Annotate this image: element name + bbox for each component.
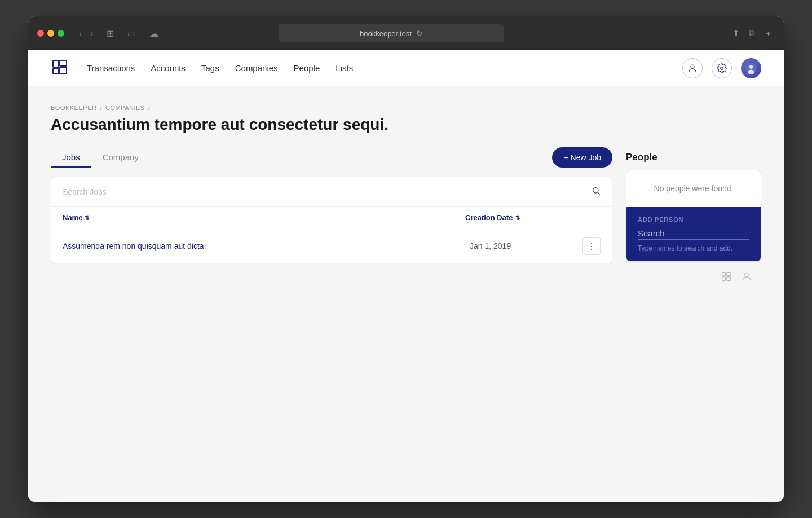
breadcrumb-companies[interactable]: COMPANIES: [105, 104, 145, 111]
sort-name-icon: ⇅: [85, 214, 89, 221]
svg-line-10: [598, 192, 600, 195]
add-person-label: ADD PERSON: [638, 216, 749, 223]
split-button[interactable]: ▭: [124, 26, 139, 41]
address-bar[interactable]: bookkeeper.test ↻: [279, 24, 504, 42]
table-row: Assumenda rem non quisquam aut dicta Jan…: [51, 229, 612, 264]
minimize-button[interactable]: [47, 30, 54, 37]
traffic-lights: [37, 30, 64, 37]
nav-actions: [682, 58, 761, 78]
table-header: Name ⇅ Creation Date ⇅: [51, 207, 612, 229]
user-icon-button[interactable]: [682, 58, 703, 78]
nav-transactions[interactable]: Transactions: [87, 63, 135, 73]
row-menu-button[interactable]: ⋮: [582, 237, 601, 255]
maximize-button[interactable]: [58, 30, 64, 37]
column-header-creation-date[interactable]: Creation Date ⇅: [465, 213, 578, 222]
browser-chrome: ‹ › ⊞ ▭ ☁ bookkeeper.test ↻ ⬆ ⧉ ＋: [28, 16, 784, 50]
people-card: No people were found. ADD PERSON Type na…: [626, 170, 761, 262]
svg-rect-12: [722, 277, 726, 281]
browser-actions: ⬆ ⧉ ＋: [730, 26, 775, 41]
svg-point-4: [691, 65, 694, 68]
nav-accounts[interactable]: Accounts: [151, 63, 186, 73]
svg-rect-13: [727, 273, 731, 276]
pip-button[interactable]: ⧉: [747, 26, 757, 41]
settings-icon-button[interactable]: [712, 58, 732, 78]
nav-tags[interactable]: Tags: [201, 63, 219, 73]
url-text: bookkeeper.test: [360, 29, 412, 38]
svg-point-7: [749, 65, 753, 68]
job-creation-date: Jan 1, 2019: [470, 242, 582, 251]
search-row: [51, 177, 612, 207]
cloud-button[interactable]: ☁: [146, 26, 162, 41]
footer-user-icon[interactable]: [741, 271, 752, 285]
main-content: BOOKKEEPER / COMPANIES / Accusantium tem…: [28, 86, 784, 502]
job-name-link[interactable]: Assumenda rem non quisquam aut dicta: [63, 242, 470, 251]
page-content: Transactions Accounts Tags Companies Peo…: [28, 50, 784, 502]
svg-point-15: [745, 273, 749, 276]
add-person-panel: ADD PERSON Type names to search and add.: [626, 207, 761, 261]
search-jobs-input[interactable]: [63, 187, 587, 196]
column-header-name[interactable]: Name ⇅: [63, 213, 465, 222]
people-heading: People: [626, 147, 761, 163]
sort-date-icon: ⇅: [515, 214, 520, 221]
breadcrumb: BOOKKEEPER / COMPANIES /: [51, 104, 761, 111]
new-tab-button[interactable]: ＋: [762, 26, 775, 41]
content-layout: Jobs Company + New Job: [51, 147, 761, 294]
browser-window: ‹ › ⊞ ▭ ☁ bookkeeper.test ↻ ⬆ ⧉ ＋: [28, 16, 784, 502]
svg-point-9: [593, 188, 598, 193]
logo[interactable]: [51, 58, 69, 78]
avatar[interactable]: [741, 58, 761, 78]
svg-rect-2: [60, 60, 67, 66]
tab-company[interactable]: Company: [91, 148, 150, 168]
svg-rect-0: [53, 60, 59, 67]
search-icon[interactable]: [592, 186, 601, 197]
left-panel: Jobs Company + New Job: [51, 147, 612, 264]
footer-book-icon[interactable]: [721, 271, 732, 285]
forward-button[interactable]: ›: [87, 27, 97, 40]
svg-rect-3: [60, 67, 67, 74]
new-job-button[interactable]: + New Job: [552, 147, 612, 168]
back-button[interactable]: ‹: [76, 27, 85, 40]
nav-links: Transactions Accounts Tags Companies Peo…: [87, 63, 682, 73]
nav-people[interactable]: People: [294, 63, 320, 73]
footer-icons: [626, 262, 761, 294]
browser-nav-arrows: ‹ ›: [76, 27, 96, 40]
share-button[interactable]: ⬆: [730, 26, 742, 41]
svg-rect-11: [722, 273, 726, 276]
tab-jobs[interactable]: Jobs: [51, 148, 91, 168]
svg-rect-1: [53, 68, 59, 74]
page-title: Accusantium tempore aut consectetur sequ…: [51, 116, 761, 134]
add-person-search-input[interactable]: [638, 227, 749, 240]
breadcrumb-bookkeeper[interactable]: BOOKKEEPER: [51, 104, 96, 111]
grid-button[interactable]: ⊞: [103, 26, 117, 41]
reload-button[interactable]: ↻: [416, 29, 423, 38]
add-person-hint: Type names to search and add.: [638, 244, 749, 252]
jobs-panel: Name ⇅ Creation Date ⇅ Assumenda rem non…: [51, 177, 612, 264]
no-people-message: No people were found.: [626, 170, 761, 207]
navbar: Transactions Accounts Tags Companies Peo…: [28, 50, 784, 86]
tabs: Jobs Company: [51, 148, 150, 168]
svg-rect-14: [727, 277, 731, 281]
tabs-row: Jobs Company + New Job: [51, 147, 612, 168]
nav-lists[interactable]: Lists: [336, 63, 353, 73]
svg-point-5: [721, 67, 723, 69]
right-panel: People No people were found. ADD PERSON …: [626, 147, 761, 294]
close-button[interactable]: [37, 30, 44, 37]
nav-companies[interactable]: Companies: [235, 63, 278, 73]
